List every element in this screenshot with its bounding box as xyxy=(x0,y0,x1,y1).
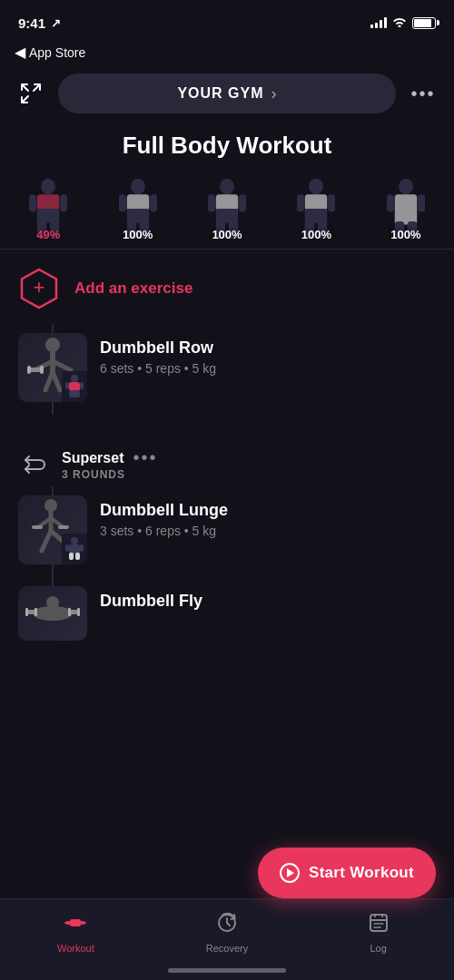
exercise-item-dumbbell-lunge[interactable]: Dumbbell Lunge 3 sets • 6 reps • 5 kg xyxy=(0,486,454,577)
superset-info: Superset ••• 3 ROUNDS xyxy=(62,447,436,481)
svg-rect-80 xyxy=(374,914,376,917)
svg-rect-76 xyxy=(64,922,67,924)
back-label: App Store xyxy=(29,45,85,60)
svg-rect-64 xyxy=(75,553,80,560)
gym-name: YOUR GYM xyxy=(177,85,263,102)
nav-item-workout[interactable]: Workout xyxy=(0,908,152,954)
nav-label-workout: Workout xyxy=(57,943,94,954)
exercise-name-dumbbell-row: Dumbbell Row xyxy=(100,338,436,358)
muscle-pct-5: 100% xyxy=(390,228,420,241)
svg-point-14 xyxy=(220,179,234,195)
svg-rect-75 xyxy=(70,919,81,926)
svg-point-59 xyxy=(71,537,78,544)
svg-rect-17 xyxy=(239,194,246,211)
workout-icon xyxy=(64,912,86,939)
exercise-name-dumbbell-lunge: Dumbbell Lunge xyxy=(100,501,436,520)
svg-rect-11 xyxy=(126,209,149,223)
nav-label-log: Log xyxy=(370,943,387,954)
muscle-item-2[interactable]: 100% xyxy=(93,172,182,245)
svg-rect-18 xyxy=(216,209,239,223)
log-icon xyxy=(368,912,390,939)
svg-rect-23 xyxy=(297,194,304,211)
nav-item-recovery[interactable]: Recovery xyxy=(152,908,303,954)
svg-line-54 xyxy=(42,531,51,551)
svg-rect-68 xyxy=(25,608,28,616)
svg-rect-49 xyxy=(69,390,80,397)
superset-more-button[interactable]: ••• xyxy=(133,447,157,468)
muscle-pct-4: 100% xyxy=(301,228,331,241)
signal-icon xyxy=(370,17,387,28)
workout-title: Full Body Workout xyxy=(0,122,454,172)
svg-rect-24 xyxy=(329,194,336,211)
recovery-icon xyxy=(216,912,238,939)
muscle-pct-2: 100% xyxy=(123,228,153,241)
svg-rect-60 xyxy=(69,544,80,554)
muscle-pct-1: 49% xyxy=(36,228,60,241)
svg-rect-1 xyxy=(37,194,60,211)
location-icon: ↗ xyxy=(51,16,61,30)
muscle-item-3[interactable]: 100% xyxy=(183,172,271,245)
exercise-thumbnail-dumbbell-row xyxy=(18,333,87,402)
svg-rect-8 xyxy=(126,194,149,211)
svg-rect-61 xyxy=(65,544,69,552)
svg-rect-22 xyxy=(305,194,328,211)
exercise-info-dumbbell-fly: Dumbbell Fly xyxy=(100,586,436,614)
svg-rect-63 xyxy=(69,553,74,560)
svg-rect-62 xyxy=(80,544,84,552)
back-nav[interactable]: ◀ App Store xyxy=(0,40,454,68)
exercise-list: + Add an exercise xyxy=(0,253,454,641)
add-exercise-label: Add an exercise xyxy=(74,279,192,298)
svg-rect-72 xyxy=(77,608,80,616)
svg-rect-58 xyxy=(58,525,69,529)
svg-line-41 xyxy=(53,372,60,390)
header-row: YOUR GYM › ••• xyxy=(0,68,454,122)
svg-point-0 xyxy=(41,179,55,195)
status-time: 9:41 xyxy=(18,15,45,31)
svg-rect-10 xyxy=(150,194,157,211)
battery-icon xyxy=(412,17,436,29)
superset-label: Superset xyxy=(62,450,123,466)
exercise-meta-dumbbell-lunge: 3 sets • 6 reps • 5 kg xyxy=(100,524,436,538)
svg-point-66 xyxy=(46,596,59,609)
superset-repeat-icon xyxy=(18,448,51,481)
exercise-meta-dumbbell-row: 6 sets • 5 reps • 5 kg xyxy=(100,361,436,376)
svg-rect-57 xyxy=(32,525,43,529)
add-exercise-button[interactable]: + Add an exercise xyxy=(0,253,454,324)
muscle-item-4[interactable]: 100% xyxy=(271,172,360,245)
muscle-item-5[interactable]: 100% xyxy=(361,172,450,245)
gym-selector-button[interactable]: YOUR GYM › xyxy=(58,74,396,113)
start-workout-play-icon xyxy=(280,863,300,883)
svg-rect-77 xyxy=(84,922,86,924)
exercise-item-dumbbell-fly[interactable]: Dumbbell Fly xyxy=(0,577,454,641)
expand-icon[interactable] xyxy=(15,77,47,110)
status-time-area: 9:41 ↗ xyxy=(18,15,61,31)
svg-rect-15 xyxy=(216,194,239,211)
svg-rect-4 xyxy=(37,209,60,223)
svg-rect-29 xyxy=(395,194,418,224)
svg-rect-42 xyxy=(29,368,42,372)
start-workout-button[interactable]: Start Workout xyxy=(258,848,436,898)
wifi-icon xyxy=(392,15,407,30)
svg-rect-30 xyxy=(387,194,394,211)
muscle-item-1[interactable]: 49% xyxy=(4,172,93,245)
svg-rect-79 xyxy=(370,915,387,931)
exercise-name-dumbbell-fly: Dumbbell Fly xyxy=(100,592,436,611)
exercise-item-dumbbell-row[interactable]: Dumbbell Row 6 sets • 5 reps • 5 kg xyxy=(0,324,454,415)
svg-rect-44 xyxy=(40,366,44,374)
exercise-thumbnail-dumbbell-lunge xyxy=(18,495,87,564)
svg-rect-43 xyxy=(27,366,31,374)
svg-point-7 xyxy=(131,179,145,195)
exercise-info-dumbbell-row: Dumbbell Row 6 sets • 5 reps • 5 kg xyxy=(100,333,436,376)
nav-item-log[interactable]: Log xyxy=(302,908,454,954)
back-arrow-icon: ◀ xyxy=(15,44,25,61)
superset-header: Superset ••• 3 ROUNDS xyxy=(0,433,454,486)
svg-rect-71 xyxy=(68,608,71,616)
svg-rect-48 xyxy=(80,382,84,389)
svg-rect-47 xyxy=(65,382,69,389)
svg-rect-16 xyxy=(208,194,215,211)
svg-rect-9 xyxy=(119,194,126,211)
svg-rect-81 xyxy=(381,914,383,917)
exercise-thumbnail-dumbbell-fly xyxy=(18,586,87,641)
more-options-button[interactable]: ••• xyxy=(407,77,439,110)
divider-1 xyxy=(0,249,454,250)
